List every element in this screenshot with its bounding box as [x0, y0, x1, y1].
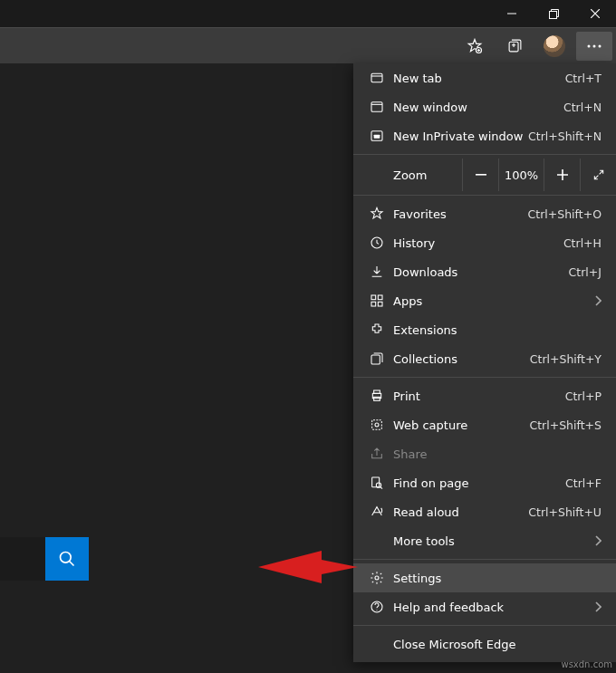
print-icon — [364, 389, 390, 403]
svg-rect-23 — [372, 477, 380, 487]
menu-more-tools[interactable]: More tools — [353, 526, 616, 555]
avatar — [544, 35, 565, 57]
share-icon — [364, 447, 390, 461]
svg-rect-8 — [371, 102, 382, 112]
menu-close-edge[interactable]: Close Microsoft Edge — [353, 630, 616, 659]
menu-shortcut: Ctrl+Shift+Y — [530, 352, 602, 366]
menu-history[interactable]: History Ctrl+H — [353, 228, 616, 257]
svg-rect-10 — [374, 135, 380, 139]
menu-extensions[interactable]: Extensions — [353, 315, 616, 344]
menu-shortcut: Ctrl+T — [565, 72, 602, 85]
add-favorite-button[interactable] — [457, 32, 493, 61]
collections-button[interactable] — [496, 32, 533, 61]
menu-label: Read aloud — [390, 505, 528, 519]
menu-label: Collections — [390, 352, 530, 366]
help-icon — [364, 600, 390, 614]
menu-label: Web capture — [390, 418, 529, 432]
menu-apps[interactable]: Apps — [353, 286, 616, 315]
menu-label: Print — [390, 389, 565, 403]
chevron-right-icon — [594, 295, 602, 306]
chevron-right-icon — [594, 535, 602, 546]
menu-label: Downloads — [390, 265, 569, 279]
menu-shortcut: Ctrl+Shift+U — [528, 505, 602, 519]
zoom-out-button[interactable] — [462, 159, 498, 191]
menu-label: Share — [390, 447, 602, 461]
menu-shortcut: Ctrl+H — [563, 236, 602, 250]
menu-separator — [353, 625, 616, 626]
close-button[interactable] — [574, 0, 616, 27]
svg-rect-0 — [549, 11, 556, 18]
svg-rect-20 — [374, 397, 380, 400]
svg-point-4 — [593, 44, 596, 47]
svg-rect-15 — [371, 302, 376, 306]
svg-point-27 — [376, 610, 377, 611]
window-titlebar — [0, 0, 616, 27]
svg-rect-21 — [372, 420, 382, 430]
chevron-right-icon — [594, 601, 602, 612]
svg-point-22 — [375, 423, 379, 427]
history-icon — [364, 236, 390, 250]
fullscreen-button[interactable] — [580, 159, 616, 191]
menu-shortcut: Ctrl+Shift+O — [528, 207, 602, 221]
menu-label: Help and feedback — [390, 601, 594, 614]
menu-downloads[interactable]: Downloads Ctrl+J — [353, 257, 616, 286]
menu-shortcut: Ctrl+Shift+S — [529, 418, 602, 432]
menu-new-tab[interactable]: New tab Ctrl+T — [353, 63, 616, 92]
svg-rect-11 — [476, 174, 486, 176]
menu-separator — [353, 195, 616, 196]
svg-rect-13 — [371, 295, 376, 300]
svg-rect-16 — [378, 302, 382, 306]
menu-settings[interactable]: Settings — [353, 563, 616, 592]
zoom-label: Zoom — [393, 168, 462, 182]
profile-button[interactable] — [536, 32, 573, 61]
search-button[interactable] — [45, 537, 89, 581]
minimize-button[interactable] — [491, 0, 533, 27]
collections-icon — [364, 351, 390, 366]
settings-and-more-button[interactable] — [576, 32, 612, 61]
favorites-icon — [364, 207, 390, 221]
menu-favorites[interactable]: Favorites Ctrl+Shift+O — [353, 199, 616, 228]
svg-rect-19 — [374, 390, 380, 393]
search-input-collapsed[interactable] — [0, 537, 45, 581]
menu-label: New window — [390, 101, 563, 114]
settings-icon — [364, 571, 390, 585]
apps-icon — [364, 293, 390, 308]
menu-label: Settings — [390, 572, 602, 585]
menu-label: New tab — [390, 72, 565, 85]
menu-collections[interactable]: Collections Ctrl+Shift+Y — [353, 344, 616, 373]
menu-separator — [353, 559, 616, 560]
new-tab-icon — [364, 71, 390, 85]
svg-rect-17 — [371, 355, 380, 364]
menu-shortcut: Ctrl+N — [563, 101, 602, 114]
menu-web-capture[interactable]: Web capture Ctrl+Shift+S — [353, 410, 616, 439]
menu-label: Close Microsoft Edge — [390, 638, 602, 651]
menu-label: Apps — [390, 294, 594, 308]
menu-new-window[interactable]: New window Ctrl+N — [353, 92, 616, 121]
menu-new-inprivate[interactable]: New InPrivate window Ctrl+Shift+N — [353, 121, 616, 150]
browser-toolbar — [0, 27, 616, 63]
menu-shortcut: Ctrl+F — [565, 476, 602, 490]
zoom-in-button[interactable] — [544, 159, 580, 191]
inprivate-icon — [364, 129, 390, 143]
menu-separator — [353, 377, 616, 378]
extensions-icon — [364, 322, 390, 337]
menu-label: History — [390, 236, 563, 250]
watermark: wsxdn.com — [561, 659, 612, 669]
settings-and-more-menu: New tab Ctrl+T New window Ctrl+N New InP… — [353, 63, 616, 662]
svg-rect-7 — [371, 73, 382, 82]
menu-read-aloud[interactable]: Read aloud Ctrl+Shift+U — [353, 497, 616, 526]
svg-point-5 — [599, 44, 602, 47]
menu-shortcut: Ctrl+Shift+N — [528, 130, 602, 143]
menu-shortcut: Ctrl+J — [569, 265, 602, 279]
menu-separator — [353, 154, 616, 155]
downloads-icon — [364, 264, 390, 279]
menu-find-on-page[interactable]: Find on page Ctrl+F — [353, 468, 616, 497]
menu-help-and-feedback[interactable]: Help and feedback — [353, 592, 616, 621]
menu-label: More tools — [390, 534, 594, 548]
menu-label: Find on page — [390, 476, 565, 490]
maximize-button[interactable] — [533, 0, 574, 27]
svg-rect-14 — [378, 295, 382, 300]
menu-print[interactable]: Print Ctrl+P — [353, 381, 616, 410]
menu-label: Extensions — [390, 323, 602, 337]
find-icon — [364, 476, 390, 490]
